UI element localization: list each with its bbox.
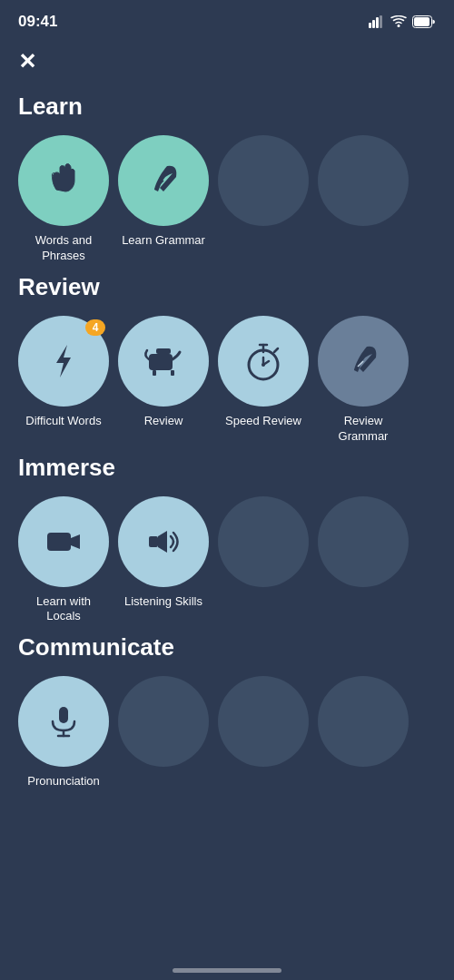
battery-icon — [412, 15, 436, 28]
item-immerse-empty-1 — [218, 496, 309, 625]
svg-rect-20 — [47, 533, 71, 551]
items-grid-communicate: Pronunciation — [18, 676, 436, 789]
status-bar: 09:41 — [0, 0, 454, 40]
item-label-listening-skills: Listening Skills — [124, 594, 202, 610]
item-circle-listening-skills — [118, 496, 209, 587]
svg-point-4 — [398, 24, 400, 27]
svg-line-18 — [274, 348, 278, 352]
item-circle-difficult-words: 4 — [18, 316, 109, 407]
item-circle-learn-with-locals — [18, 496, 109, 587]
item-speed-review[interactable]: Speed Review — [218, 316, 309, 445]
item-circle-comm-empty-1 — [118, 676, 209, 767]
item-words-phrases[interactable]: Words and Phrases — [18, 135, 109, 264]
item-circle-speed-review — [218, 316, 309, 407]
item-comm-empty-1 — [118, 676, 209, 789]
item-label-review: Review — [144, 414, 183, 429]
item-circle-comm-empty-3 — [318, 676, 409, 767]
item-circle-review — [118, 316, 209, 407]
item-difficult-words[interactable]: 4Difficult Words — [18, 316, 109, 445]
section-communicate: Communicate Pronunciation — [0, 633, 454, 789]
svg-marker-8 — [56, 345, 71, 377]
wifi-icon — [390, 15, 407, 28]
svg-point-17 — [262, 363, 265, 367]
item-circle-words-phrases — [18, 135, 109, 226]
svg-marker-21 — [71, 534, 80, 549]
svg-rect-11 — [171, 370, 174, 376]
svg-rect-10 — [153, 370, 156, 376]
item-label-learn-grammar: Learn Grammar — [122, 233, 205, 249]
svg-rect-0 — [369, 23, 371, 28]
status-time: 09:41 — [18, 13, 57, 31]
section-title-review: Review — [18, 273, 436, 301]
item-comm-empty-3 — [318, 676, 409, 789]
section-review: Review 4Difficult Words Review Speed Rev… — [0, 273, 454, 445]
item-circle-immerse-empty-2 — [318, 496, 409, 587]
status-icons — [369, 15, 436, 28]
items-grid-review: 4Difficult Words Review Speed Review Rev… — [18, 316, 436, 445]
svg-rect-6 — [414, 17, 429, 26]
svg-rect-23 — [59, 707, 68, 723]
item-circle-review-grammar — [318, 316, 409, 407]
svg-rect-2 — [376, 17, 379, 28]
section-title-learn: Learn — [18, 93, 436, 121]
section-title-immerse: Immerse — [18, 454, 436, 482]
signal-icon — [369, 15, 385, 28]
item-learn-empty-1 — [218, 135, 309, 264]
item-label-learn-with-locals: Learn with Locals — [18, 594, 109, 625]
section-title-communicate: Communicate — [18, 633, 436, 662]
item-circle-learn-grammar — [118, 135, 209, 226]
item-circle-immerse-empty-1 — [218, 496, 309, 587]
items-grid-immerse: Learn with Locals Listening Skills — [18, 496, 436, 625]
item-immerse-empty-2 — [318, 496, 409, 625]
item-label-pronunciation: Pronunciation — [27, 774, 100, 789]
item-comm-empty-2 — [218, 676, 309, 789]
section-learn: Learn Words and Phrases Learn Grammar — [0, 93, 454, 264]
svg-rect-1 — [372, 20, 375, 28]
item-label-speed-review: Speed Review — [225, 414, 301, 429]
item-label-difficult-words: Difficult Words — [25, 414, 101, 429]
svg-rect-3 — [380, 15, 382, 28]
items-grid-learn: Words and Phrases Learn Grammar — [18, 135, 436, 264]
item-circle-pronunciation — [18, 676, 109, 767]
item-label-words-phrases: Words and Phrases — [18, 233, 109, 264]
item-label-review-grammar: Review Grammar — [318, 414, 409, 445]
item-review-grammar[interactable]: Review Grammar — [318, 316, 409, 445]
item-learn-empty-2 — [318, 135, 409, 264]
home-indicator — [173, 968, 281, 973]
section-immerse: Immerse Learn with Locals Listening Skil… — [0, 454, 454, 625]
item-listening-skills[interactable]: Listening Skills — [118, 496, 209, 625]
svg-rect-9 — [156, 348, 171, 354]
close-button[interactable]: ✕ — [18, 49, 36, 74]
item-circle-learn-empty-2 — [318, 135, 409, 226]
item-review[interactable]: Review — [118, 316, 209, 445]
item-learn-grammar[interactable]: Learn Grammar — [118, 135, 209, 264]
item-pronunciation[interactable]: Pronunciation — [18, 676, 109, 789]
item-circle-comm-empty-2 — [218, 676, 309, 767]
svg-rect-22 — [149, 536, 158, 547]
item-learn-with-locals[interactable]: Learn with Locals — [18, 496, 109, 625]
close-button-container: ✕ — [0, 40, 454, 74]
item-circle-learn-empty-1 — [218, 135, 309, 226]
badge-difficult-words: 4 — [85, 319, 105, 336]
